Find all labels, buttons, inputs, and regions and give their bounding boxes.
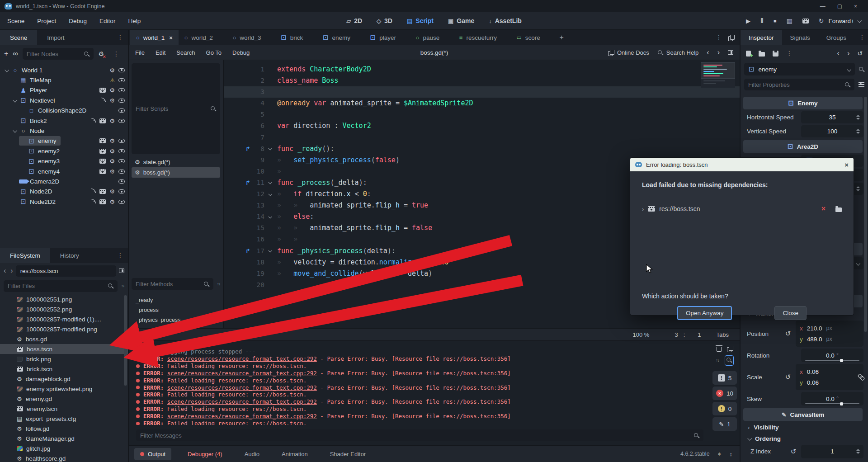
playback-button[interactable] [802,19,809,24]
add-node-button[interactable]: + [4,50,8,58]
workspace-tab[interactable]: 3D [377,17,392,24]
node-action-icon[interactable] [109,198,115,205]
file-row[interactable]: damageblock.gd [0,374,128,384]
slider-grabber[interactable] [840,359,843,362]
scene-tree-row[interactable]: enemy3 [0,156,128,166]
dialog-close-icon[interactable]: × [844,161,849,169]
node-action-icon[interactable] [109,148,115,155]
detach-script-icon[interactable] [98,50,104,57]
dock-tab[interactable]: Inspector [741,30,782,45]
renderer-select[interactable]: Forward+ [824,18,861,24]
history-back-icon[interactable] [837,49,840,57]
code-line[interactable]: ↱ 1 extends CharacterBody2D [224,64,740,75]
workspace-tab[interactable]: Game [448,17,474,24]
dock-tab[interactable]: History [50,248,89,263]
search-output-icon[interactable] [726,357,732,363]
file-row[interactable]: brick.png [0,354,128,364]
filter-messages-input[interactable] [140,432,691,439]
dock-tab[interactable]: Groups [818,30,854,45]
log-line[interactable]: ERROR: scene/resources/resource_format_t… [136,413,710,420]
menu-item[interactable]: Debug [69,18,87,24]
open-anyway-button[interactable]: Open Anyway [677,306,732,320]
close-window-button[interactable]: × [854,3,857,9]
editor-zoom-level[interactable]: 100 % [633,331,650,338]
node-action-icon[interactable] [99,149,106,154]
sort-methods-icon[interactable] [217,283,220,285]
close-tab-icon[interactable]: × [169,34,173,41]
file-row[interactable]: boss.tscn [0,344,128,354]
workspace-tab[interactable]: Script [407,17,434,24]
spinner-icon[interactable] [856,186,860,191]
filesystem-menu-icon[interactable]: ⋮ [113,248,128,263]
resource-menu-icon[interactable]: ⋮ [786,50,793,57]
dependency-row[interactable]: › res://boss.tscn × [642,205,842,213]
node-action-icon[interactable] [118,149,125,153]
log-line[interactable]: --- Debugging process stopped --- [136,348,710,355]
dialog-title-bar[interactable]: Error loading: boss.tscn × [630,158,854,171]
split-mode-icon[interactable] [119,269,124,273]
close-button[interactable]: Close [774,306,807,320]
scene-tab[interactable]: rescuefurry × [453,30,511,45]
ordering-section[interactable]: Ordering [742,433,863,444]
load-resource-icon[interactable] [759,52,765,57]
node-action-icon[interactable] [99,118,106,123]
log-line[interactable]: ERROR: scene/resources/resource_format_t… [136,384,710,391]
dock-menu-icon[interactable]: ⋮ [113,30,128,45]
expand-bottom-panel-icon[interactable] [730,451,733,457]
copy-output-icon[interactable] [727,346,733,352]
bottom-panel-tab[interactable]: Audio [231,448,265,460]
vector2-field[interactable]: x210.0px y489.0px [796,321,863,347]
log-line[interactable]: ERROR: scene/resources/resource_format_t… [136,370,710,377]
message-count-badge[interactable]: 0 [712,402,737,415]
playback-button[interactable] [774,18,777,24]
file-row[interactable]: enemy spritewsheet.png [0,384,128,394]
node-action-icon[interactable] [118,119,125,123]
node-action-icon[interactable] [118,189,125,193]
file-row[interactable]: 1000002857-modified (1).... [0,314,128,324]
expand-chevron-icon[interactable] [13,128,17,133]
code-line[interactable]: ↱ 5 [224,109,740,120]
scene-tree-row[interactable]: Node2D2 [0,197,128,207]
expand-chevron-icon[interactable] [13,98,17,103]
code-line[interactable]: ↱ 8 func _ready(): [224,143,740,155]
script-menu-item[interactable]: Search [176,49,195,56]
workspace-tab[interactable]: AssetLib [489,17,522,24]
scene-tree-row[interactable]: World 1 [0,65,128,75]
code-minimap[interactable] [701,62,735,88]
scene-tab[interactable]: brick × [275,30,317,45]
code-line[interactable]: ↱ 7 [224,132,740,143]
playback-button[interactable] [819,17,824,24]
script-menu-item[interactable]: Debug [232,49,250,56]
filter-methods-input[interactable] [136,281,201,288]
edit-history-icon[interactable] [857,50,863,57]
file-row[interactable]: glitch.jpg [0,443,128,453]
script-list-item[interactable]: boss.gd(*) [132,167,220,178]
node-action-icon[interactable] [99,88,106,93]
new-resource-icon[interactable] [746,51,751,57]
playback-button[interactable] [787,17,793,24]
scene-tree-row[interactable]: enemy2 [0,146,128,156]
fold-chevron-icon[interactable] [268,146,272,150]
online-docs-button[interactable]: Online Docs [608,49,649,56]
node-action-icon[interactable] [118,200,125,204]
node-action-icon[interactable] [118,170,125,174]
toggle-scripts-panel-icon[interactable] [728,50,733,55]
filter-files-input[interactable] [8,283,105,289]
slider-grabber[interactable] [840,402,843,405]
tab-list-menu-icon[interactable]: ⋮ [716,34,722,41]
filter-nodes-input[interactable] [27,51,81,57]
node-action-icon[interactable] [99,199,106,204]
script-history-forward-icon[interactable] [717,48,720,57]
expand-chevron-icon[interactable]: › [642,206,644,212]
node-action-icon[interactable] [118,179,125,184]
menu-item[interactable]: Help [128,18,141,24]
node-action-icon[interactable] [118,88,125,92]
current-path[interactable]: res://boss.tscn [16,265,116,277]
node-action-icon[interactable] [118,78,125,82]
script-menu-item[interactable]: Go To [206,49,222,56]
scene-tree-row[interactable]: TileMap [0,75,128,85]
log-line[interactable]: ERROR: Failed loading resource: res://bo… [136,420,710,425]
file-row[interactable]: enemy.tscn [0,404,128,414]
script-menu-item[interactable]: Edit [156,49,165,56]
log-line[interactable]: ERROR: Failed loading resource: res://bo… [136,363,710,370]
